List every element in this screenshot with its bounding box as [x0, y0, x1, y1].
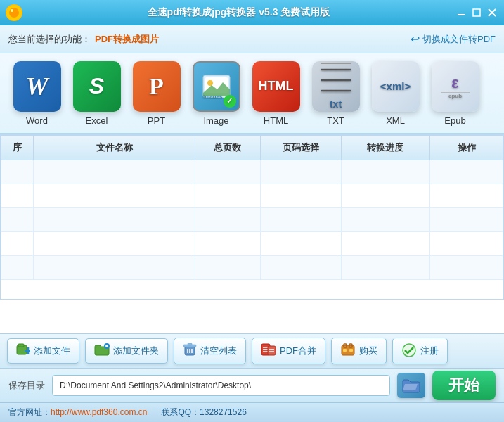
register-label: 注册 — [420, 345, 439, 357]
file-table-container[interactable]: 序 文件名称 总页数 页码选择 转换进度 操作 — [0, 134, 504, 300]
pdf-merge-button[interactable]: PDF合并 — [252, 338, 325, 364]
format-image[interactable]: images ✓ Image — [190, 61, 243, 126]
col-header-progress: 转换进度 — [341, 136, 430, 160]
clear-list-label: 清空列表 — [200, 345, 237, 357]
current-func-label: 您当前选择的功能： — [8, 33, 91, 46]
save-row: 保存目录 D:\Document And Settings2\Administr… — [0, 369, 504, 402]
table-row — [1, 232, 503, 256]
website-text: 官方网址：http://www.pdf360.com.cn — [8, 407, 147, 418]
excel-label: Excel — [86, 115, 108, 126]
clear-list-button[interactable]: 清空列表 — [174, 338, 246, 364]
toolbar: 您当前选择的功能： PDF转换成图片 ↩ 切换成文件转PDF — [0, 25, 504, 53]
browse-folder-button[interactable] — [397, 373, 425, 398]
format-epub[interactable]: ε epub Epub — [429, 61, 482, 126]
table-row — [1, 184, 503, 208]
svg-point-9 — [207, 80, 213, 86]
bottom-toolbar: 添加文件 添加文件夹 — [0, 333, 504, 369]
pdf-merge-label: PDF合并 — [280, 345, 316, 357]
save-path-display[interactable]: D:\Document And Settings2\Administrator\… — [52, 375, 390, 396]
format-txt[interactable]: ━━━━━━ ━━━━━━ ━━━━━━ txt TXT — [309, 61, 362, 126]
table-row — [1, 160, 503, 184]
ppt-icon-box: P — [133, 61, 181, 112]
file-table: 序 文件名称 总页数 页码选择 转换进度 操作 — [1, 135, 503, 280]
website-link[interactable]: http://www.pdf360.com.cn — [51, 407, 147, 417]
html-icon-box: HTML — [252, 61, 300, 112]
start-label: 开始 — [448, 375, 479, 396]
word-label: Word — [26, 115, 48, 126]
svg-rect-12 — [18, 344, 24, 347]
format-html[interactable]: HTML HTML — [250, 61, 302, 126]
excel-icon-box: S — [73, 61, 121, 112]
app-title: 全速pdf转换成jpg转换器 v5.3 免费试用版 — [22, 6, 455, 19]
switch-arrow-icon: ↩ — [411, 32, 420, 46]
col-header-filename: 文件名称 — [34, 136, 195, 160]
switch-to-pdf-button[interactable]: ↩ 切换成文件转PDF — [411, 32, 496, 46]
svg-rect-4 — [473, 9, 480, 16]
svg-rect-20 — [188, 343, 192, 345]
table-row — [1, 256, 503, 280]
add-file-label: 添加文件 — [34, 345, 70, 357]
title-bar: 全速pdf转换成jpg转换器 v5.3 免费试用版 — [0, 0, 504, 25]
current-function: 您当前选择的功能： PDF转换成图片 — [8, 33, 159, 46]
current-func-value: PDF转换成图片 — [95, 33, 159, 46]
register-icon — [401, 343, 417, 359]
svg-rect-28 — [268, 346, 276, 355]
col-header-seq: 序 — [1, 136, 34, 160]
html-label: HTML — [264, 115, 288, 126]
col-header-action: 操作 — [430, 136, 503, 160]
add-folder-icon — [94, 343, 110, 359]
register-button[interactable]: 注册 — [392, 338, 448, 364]
add-folder-label: 添加文件夹 — [113, 345, 159, 357]
svg-point-2 — [11, 9, 13, 12]
qq-text: 联系QQ：1328271526 — [161, 407, 246, 418]
minimize-button[interactable] — [455, 6, 467, 19]
add-folder-button[interactable]: 添加文件夹 — [85, 338, 168, 364]
image-icon-box: images ✓ — [193, 61, 240, 112]
image-label: Image — [203, 115, 228, 126]
switch-btn-label: 切换成文件转PDF — [422, 33, 496, 46]
txt-icon-box: ━━━━━━ ━━━━━━ ━━━━━━ txt — [312, 61, 360, 112]
epub-label: Epub — [444, 115, 465, 126]
format-row: W Word S Excel P PPT — [0, 53, 504, 134]
buy-button[interactable]: 购买 — [331, 338, 387, 364]
svg-rect-3 — [458, 14, 465, 15]
svg-text:images: images — [203, 94, 223, 99]
buy-label: 购买 — [359, 345, 377, 357]
format-ppt[interactable]: P PPT — [130, 61, 183, 126]
save-dir-label: 保存目录 — [8, 379, 45, 392]
xml-label: XML — [386, 115, 405, 126]
svg-rect-35 — [349, 349, 353, 352]
format-word[interactable]: W Word — [11, 61, 63, 126]
txt-label: TXT — [327, 115, 344, 126]
file-table-section: 序 文件名称 总页数 页码选择 转换进度 操作 — [0, 134, 504, 333]
maximize-button[interactable] — [470, 6, 483, 19]
format-excel[interactable]: S Excel — [70, 61, 123, 126]
col-header-pagechoice: 页码选择 — [260, 136, 341, 160]
svg-rect-34 — [343, 349, 347, 352]
start-button[interactable]: 开始 — [432, 371, 496, 400]
table-row — [1, 208, 503, 232]
format-xml[interactable]: <xml> XML — [369, 61, 422, 126]
close-button[interactable] — [486, 6, 498, 19]
window-controls — [455, 6, 498, 19]
svg-point-1 — [9, 8, 19, 18]
buy-icon — [340, 343, 356, 359]
epub-icon-box: ε epub — [432, 61, 479, 112]
add-file-icon — [16, 343, 30, 359]
app-logo — [6, 4, 22, 21]
xml-icon-box: <xml> — [372, 61, 420, 112]
col-header-pages: 总页数 — [195, 136, 260, 160]
status-bar: 官方网址：http://www.pdf360.com.cn 联系QQ：13282… — [0, 402, 504, 422]
clear-list-icon — [183, 343, 197, 359]
add-file-button[interactable]: 添加文件 — [7, 338, 79, 364]
word-icon-box: W — [13, 61, 61, 112]
svg-point-36 — [403, 344, 415, 357]
ppt-label: PPT — [148, 115, 165, 126]
pdf-merge-icon — [261, 343, 276, 359]
